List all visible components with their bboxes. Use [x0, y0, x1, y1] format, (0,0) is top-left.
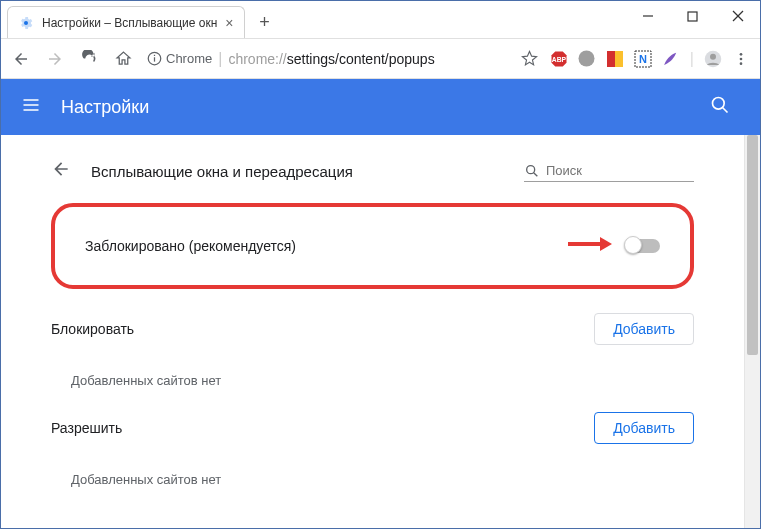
settings-content: Всплывающие окна и переадресация Заблоки… — [1, 135, 744, 528]
svg-rect-12 — [615, 51, 623, 67]
svg-line-23 — [534, 172, 538, 176]
svg-text:N: N — [639, 53, 647, 65]
toggle-label: Заблокировано (рекомендуется) — [85, 238, 296, 254]
allow-section: Разрешить Добавить Добавленных сайтов не… — [51, 412, 694, 487]
svg-point-17 — [740, 53, 743, 56]
svg-point-16 — [710, 53, 716, 59]
tab-title: Настройки – Всплывающие окн — [42, 16, 217, 30]
window-titlebar: Настройки – Всплывающие окн × + — [1, 1, 760, 39]
settings-header: Настройки — [1, 79, 760, 135]
svg-point-18 — [740, 57, 743, 60]
page-title: Настройки — [61, 97, 149, 118]
gear-icon — [18, 15, 34, 31]
svg-marker-25 — [600, 237, 612, 251]
url-text: chrome://settings/content/popups — [228, 51, 434, 67]
secure-label: Chrome — [166, 51, 212, 66]
new-tab-button[interactable]: + — [251, 8, 279, 36]
block-empty-message: Добавленных сайтов нет — [51, 373, 694, 388]
forward-button[interactable] — [41, 45, 69, 73]
close-window-button[interactable] — [715, 1, 760, 31]
home-button[interactable] — [109, 45, 137, 73]
svg-line-21 — [723, 108, 728, 113]
back-arrow-icon[interactable] — [51, 159, 71, 183]
block-section-title: Блокировать — [51, 321, 134, 337]
section-heading: Всплывающие окна и переадресация — [91, 163, 504, 180]
minimize-button[interactable] — [625, 1, 670, 31]
search-icon[interactable] — [710, 95, 730, 119]
svg-text:ABP: ABP — [552, 56, 567, 63]
reload-button[interactable] — [75, 45, 103, 73]
svg-point-19 — [740, 62, 743, 65]
address-bar: Chrome | chrome://settings/content/popup… — [1, 39, 760, 79]
svg-rect-2 — [688, 12, 697, 21]
svg-rect-7 — [154, 55, 155, 56]
close-icon[interactable]: × — [225, 15, 233, 31]
extension-icon-n[interactable]: N — [634, 50, 652, 68]
scrollbar-thumb[interactable] — [747, 135, 758, 355]
window-controls — [625, 1, 760, 31]
block-section: Блокировать Добавить Добавленных сайтов … — [51, 313, 694, 388]
profile-icon[interactable] — [704, 50, 722, 68]
svg-rect-11 — [607, 51, 615, 67]
svg-point-20 — [713, 98, 725, 110]
browser-tab[interactable]: Настройки – Всплывающие окн × — [7, 6, 245, 38]
back-button[interactable] — [7, 45, 35, 73]
search-input[interactable] — [546, 163, 686, 178]
svg-point-22 — [527, 165, 535, 173]
add-allow-button[interactable]: Добавить — [594, 412, 694, 444]
add-block-button[interactable]: Добавить — [594, 313, 694, 345]
popups-toggle[interactable] — [626, 239, 660, 253]
subheader: Всплывающие окна и переадресация — [51, 145, 694, 193]
adblock-icon[interactable]: ABP — [550, 50, 568, 68]
scrollbar[interactable] — [744, 135, 760, 528]
omnibox[interactable]: Chrome | chrome://settings/content/popup… — [143, 45, 510, 73]
extension-icon-yandex[interactable] — [606, 50, 624, 68]
menu-icon[interactable] — [732, 50, 750, 68]
feather-icon[interactable] — [662, 50, 680, 68]
extension-icons: ABP N | — [550, 50, 754, 68]
search-field[interactable] — [524, 161, 694, 182]
allow-empty-message: Добавленных сайтов нет — [51, 472, 694, 487]
maximize-button[interactable] — [670, 1, 715, 31]
allow-section-title: Разрешить — [51, 420, 122, 436]
svg-point-10 — [579, 51, 595, 67]
search-icon — [524, 163, 540, 179]
annotation-arrow-icon — [566, 235, 612, 257]
hamburger-icon[interactable] — [21, 95, 41, 119]
star-icon[interactable] — [516, 45, 544, 73]
extension-icon-grey[interactable] — [578, 50, 596, 68]
popups-toggle-row: Заблокировано (рекомендуется) — [51, 203, 694, 289]
site-info-icon[interactable]: Chrome — [147, 51, 212, 66]
svg-rect-6 — [154, 57, 155, 61]
